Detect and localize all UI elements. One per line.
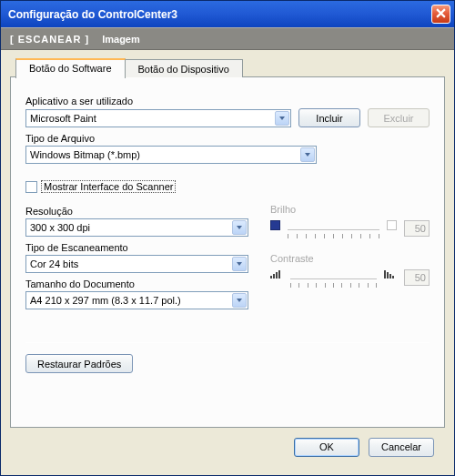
label-filetype: Tipo de Arquivo — [25, 133, 430, 144]
contrast-value: 50 — [404, 269, 430, 286]
close-button[interactable] — [431, 5, 450, 24]
label-docsize: Tamanho do Documento — [25, 279, 248, 289]
docsize-value: A4 210 x 297 mm (8.3 x 11.7 pol.) — [30, 295, 246, 306]
mode-label: Imagem — [102, 34, 140, 45]
checkbox-label: Mostrar Interface do Scanner — [41, 180, 176, 193]
brightness-dark-icon — [270, 220, 280, 230]
chevron-down-icon — [300, 147, 315, 162]
checkbox-box[interactable] — [25, 181, 37, 193]
application-value: Microsoft Paint — [30, 113, 288, 124]
tab-software-label: Botão do Software — [29, 63, 112, 74]
separator — [25, 342, 430, 343]
window-title: Configuração do ControlCenter3 — [8, 8, 431, 21]
scantype-select[interactable]: Cor 24 bits — [25, 255, 248, 273]
brightness-slider[interactable] — [288, 220, 379, 240]
ok-button[interactable]: OK — [294, 438, 359, 457]
show-scanner-interface-checkbox[interactable]: Mostrar Interface do Scanner — [25, 180, 430, 193]
tab-strip: Botão do Software Botão do Dispositivo — [15, 57, 243, 77]
brightness-group: Brilho 50 — [270, 204, 430, 240]
include-button[interactable]: Incluir — [298, 108, 360, 127]
dialog-footer: OK Cancelar — [10, 431, 445, 462]
scantype-value: Cor 24 bits — [30, 258, 246, 269]
application-select[interactable]: Microsoft Paint — [25, 109, 291, 127]
chevron-down-icon — [232, 220, 247, 235]
tab-device-label: Botão do Dispositivo — [138, 64, 229, 75]
resolution-value: 300 x 300 dpi — [30, 222, 246, 233]
contrast-low-icon — [270, 269, 283, 279]
contrast-group: Contraste 50 — [270, 253, 430, 289]
label-application: Aplicativo a ser utilizado — [25, 96, 430, 106]
label-contrast: Contraste — [270, 253, 430, 264]
exclude-button: Excluir — [368, 108, 430, 127]
cancel-button[interactable]: Cancelar — [369, 438, 434, 457]
close-icon — [436, 8, 446, 20]
filetype-value: Windows Bitmap (*.bmp) — [30, 149, 314, 160]
brightness-value: 50 — [404, 220, 430, 237]
chevron-down-icon — [275, 111, 289, 126]
tab-device-button[interactable]: Botão do Dispositivo — [126, 59, 243, 77]
label-scantype: Tipo de Escaneamento — [25, 242, 248, 253]
dialog-window: Configuração do ControlCenter3 [ ESCANEA… — [0, 0, 455, 476]
chevron-down-icon — [232, 257, 247, 271]
filetype-select[interactable]: Windows Bitmap (*.bmp) — [25, 146, 317, 164]
scan-label: [ ESCANEAR ] — [10, 34, 89, 45]
chevron-down-icon — [232, 293, 247, 308]
section-header: [ ESCANEAR ] Imagem — [1, 27, 454, 50]
docsize-select[interactable]: A4 210 x 297 mm (8.3 x 11.7 pol.) — [25, 291, 248, 309]
contrast-slider[interactable] — [290, 269, 377, 289]
restore-defaults-button[interactable]: Restaurar Padrões — [25, 354, 133, 373]
brightness-light-icon — [387, 220, 397, 230]
label-resolution: Resolução — [25, 206, 248, 217]
titlebar[interactable]: Configuração do ControlCenter3 — [1, 1, 454, 27]
contrast-high-icon — [384, 269, 397, 279]
tab-software-button[interactable]: Botão do Software — [15, 58, 126, 78]
label-brightness: Brilho — [270, 204, 430, 215]
tab-panel-software: Aplicativo a ser utilizado Microsoft Pai… — [10, 76, 445, 428]
resolution-select[interactable]: 300 x 300 dpi — [25, 218, 248, 237]
